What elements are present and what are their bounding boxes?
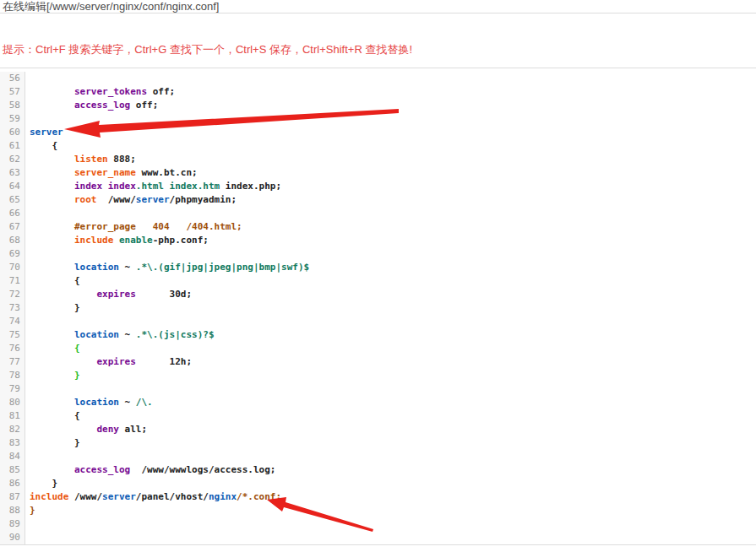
code-token-teal: index.htm: [170, 181, 220, 192]
code-line[interactable]: 77 expires 12h;: [0, 355, 756, 369]
code-line[interactable]: 73 }: [0, 301, 756, 315]
code-line[interactable]: 78 }: [0, 369, 756, 382]
line-number: 66: [0, 207, 25, 220]
code-line-text[interactable]: deny all;: [25, 423, 756, 436]
code-line-text[interactable]: {: [25, 342, 756, 355]
code-line-text[interactable]: expires 30d;: [25, 288, 756, 301]
code-line-text[interactable]: [25, 315, 756, 328]
code-token-blue: nginx: [209, 491, 237, 502]
line-number: 78: [0, 369, 25, 382]
code-line-text[interactable]: }: [25, 369, 756, 382]
code-line-text[interactable]: {: [25, 139, 756, 153]
code-token-plain: {: [30, 275, 80, 286]
code-line-text[interactable]: server_name www.bt.cn;: [25, 166, 756, 180]
code-line[interactable]: 64 index index.html index.htm index.php;: [0, 180, 756, 193]
code-line[interactable]: 85 access_log /www/wwwlogs/access.log;: [0, 463, 756, 477]
code-line[interactable]: 68 include enable-php.conf;: [0, 234, 756, 247]
code-line[interactable]: 65 root /www/server/phpmyadmin;: [0, 193, 756, 207]
code-token-keyword: access_log: [30, 464, 130, 475]
code-line[interactable]: 72 expires 30d;: [0, 288, 756, 301]
line-number: 81: [0, 409, 25, 423]
code-line-text[interactable]: }: [25, 477, 756, 490]
code-line-text[interactable]: index index.html index.htm index.php;: [25, 180, 756, 193]
code-token-keyword: server_tokens: [30, 86, 147, 97]
code-line-text[interactable]: include /www/server/panel/vhost/nginx/*.…: [25, 490, 756, 504]
code-line-text[interactable]: [25, 72, 756, 85]
code-line[interactable]: 87include /www/server/panel/vhost/nginx/…: [0, 490, 756, 504]
code-line-text[interactable]: #error_page 404 /404.html;: [25, 220, 756, 234]
code-line[interactable]: 89: [0, 517, 756, 531]
line-number: 70: [0, 261, 25, 274]
code-line-text[interactable]: [25, 450, 756, 463]
code-line[interactable]: 71 {: [0, 274, 756, 288]
code-line[interactable]: 56: [0, 72, 756, 85]
code-line-text[interactable]: {: [25, 409, 756, 423]
code-line-text[interactable]: [25, 207, 756, 220]
line-number: 82: [0, 423, 25, 436]
code-line[interactable]: 62 listen 888;: [0, 153, 756, 166]
code-line-text[interactable]: [25, 247, 756, 261]
code-line[interactable]: 76 {: [0, 342, 756, 355]
code-line-text[interactable]: include enable-php.conf;: [25, 234, 756, 247]
line-number: 56: [0, 72, 25, 85]
code-line-text[interactable]: location ~ /\.: [25, 396, 756, 409]
line-number: 57: [0, 85, 25, 99]
code-line-text[interactable]: [25, 531, 756, 544]
line-number: 63: [0, 166, 25, 180]
code-line[interactable]: 86 }: [0, 477, 756, 490]
code-token-plain: [102, 181, 108, 192]
code-token-blue: server: [136, 194, 170, 205]
code-line[interactable]: 67 #error_page 404 /404.html;: [0, 220, 756, 234]
line-number: 73: [0, 301, 25, 315]
code-line[interactable]: 70 location ~ .*\.(gif|jpg|jpeg|png|bmp|…: [0, 261, 756, 274]
code-line-text[interactable]: {: [25, 274, 756, 288]
editor-lines[interactable]: 5657 server_tokens off;58 access_log off…: [0, 69, 756, 544]
code-line[interactable]: 57 server_tokens off;: [0, 85, 756, 99]
code-line[interactable]: 75 location ~ .*\.(js|css)?$: [0, 328, 756, 342]
code-line[interactable]: 82 deny all;: [0, 423, 756, 436]
code-line[interactable]: 69: [0, 247, 756, 261]
code-line[interactable]: 59: [0, 112, 756, 126]
code-line-text[interactable]: server: [25, 126, 756, 139]
code-line-text[interactable]: }: [25, 504, 756, 517]
code-line-text[interactable]: location ~ .*\.(js|css)?$: [25, 328, 756, 342]
line-number: 75: [0, 328, 25, 342]
code-line[interactable]: 63 server_name www.bt.cn;: [0, 166, 756, 180]
code-line[interactable]: 83 }: [0, 436, 756, 450]
code-line-text[interactable]: server_tokens off;: [25, 85, 756, 99]
code-line[interactable]: 88}: [0, 504, 756, 517]
code-line[interactable]: 74: [0, 315, 756, 328]
code-line[interactable]: 66: [0, 207, 756, 220]
code-line[interactable]: 79: [0, 382, 756, 396]
online-editor-page: 在线编辑[/www/server/nginx/conf/nginx.conf] …: [0, 0, 756, 552]
code-line-text[interactable]: }: [25, 436, 756, 450]
code-line-text[interactable]: listen 888;: [25, 153, 756, 166]
code-token-comment: }: [30, 505, 35, 516]
code-line-text[interactable]: expires 12h;: [25, 355, 756, 369]
code-line-text[interactable]: }: [25, 301, 756, 315]
code-token-plain: www.bt.cn;: [136, 167, 198, 178]
code-line[interactable]: 61 {: [0, 139, 756, 153]
code-line[interactable]: 90: [0, 531, 756, 544]
code-line[interactable]: 80 location ~ /\.: [0, 396, 756, 409]
code-line-text[interactable]: access_log /www/wwwlogs/access.log;: [25, 463, 756, 477]
code-line-text[interactable]: location ~ .*\.(gif|jpg|jpeg|png|bmp|swf…: [25, 261, 756, 274]
code-token-teal: .*\.(js|css)?$: [136, 329, 215, 340]
code-line-text[interactable]: [25, 112, 756, 126]
code-token-plain: off;: [130, 100, 158, 111]
code-token-plain: 30d;: [136, 289, 192, 300]
code-token-keyword: access_log: [30, 100, 130, 111]
code-line[interactable]: 58 access_log off;: [0, 99, 756, 112]
shortcut-hint-text: 提示：Ctrl+F 搜索关键字，Ctrl+G 查找下一个，Ctrl+S 保存，C…: [3, 43, 412, 57]
code-line[interactable]: 60server: [0, 126, 756, 139]
code-editor[interactable]: 5657 server_tokens off;58 access_log off…: [0, 68, 756, 545]
code-line-text[interactable]: [25, 517, 756, 531]
code-line-text[interactable]: access_log off;: [25, 99, 756, 112]
code-line[interactable]: 81 {: [0, 409, 756, 423]
title-bar: 在线编辑[/www/server/nginx/conf/nginx.conf]: [0, 0, 756, 14]
code-line-text[interactable]: [25, 382, 756, 396]
code-line-text[interactable]: root /www/server/phpmyadmin;: [25, 193, 756, 207]
code-line[interactable]: 84: [0, 450, 756, 463]
code-token-plain: /www/: [96, 194, 135, 205]
line-number: 90: [0, 531, 25, 544]
